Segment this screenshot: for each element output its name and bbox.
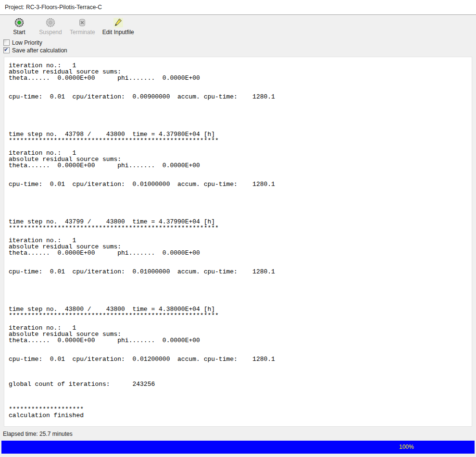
elapsed-time-label: Elapsed time: 25.7 minutes (3, 431, 73, 437)
title-bar: Project: RC-3-Floors-Pilotis-Terrace-C (0, 0, 476, 15)
edit-inputfile-button-label: Edit Inputfile (102, 29, 134, 36)
progress-percent-label: 100% (399, 441, 414, 454)
progress-bar: 100% (1, 441, 475, 454)
save-after-calculation-checkbox[interactable]: Save after calculation (3, 47, 67, 54)
terminate-x-icon (77, 18, 87, 27)
terminate-button[interactable]: Terminate (69, 17, 96, 36)
project-title: Project: RC-3-Floors-Pilotis-Terrace-C (0, 0, 476, 14)
edit-pencil-icon (113, 18, 123, 27)
suspend-button-label: Suspend (39, 29, 62, 36)
start-target-icon (14, 18, 24, 27)
low-priority-checkbox[interactable]: Low Priority (3, 39, 67, 46)
options-panel: Low Priority Save after calculation (3, 39, 67, 54)
low-priority-label: Low Priority (12, 39, 42, 46)
toolbar: Start Suspend Terminate (6, 17, 135, 36)
edit-inputfile-button[interactable]: Edit Inputfile (101, 17, 135, 36)
terminate-button-label: Terminate (70, 29, 95, 36)
app-window: Project: RC-3-Floors-Pilotis-Terrace-C S… (0, 0, 476, 457)
save-after-calculation-label: Save after calculation (12, 47, 67, 54)
start-button-label: Start (13, 29, 25, 36)
console-output[interactable]: iteration no.: 1 absolute residual sourc… (4, 57, 472, 427)
start-button[interactable]: Start (6, 17, 32, 36)
checkbox-checked-icon (3, 47, 10, 53)
suspend-button[interactable]: Suspend (38, 17, 63, 36)
checkbox-unchecked-icon (3, 39, 10, 46)
suspend-target-icon (46, 18, 55, 27)
